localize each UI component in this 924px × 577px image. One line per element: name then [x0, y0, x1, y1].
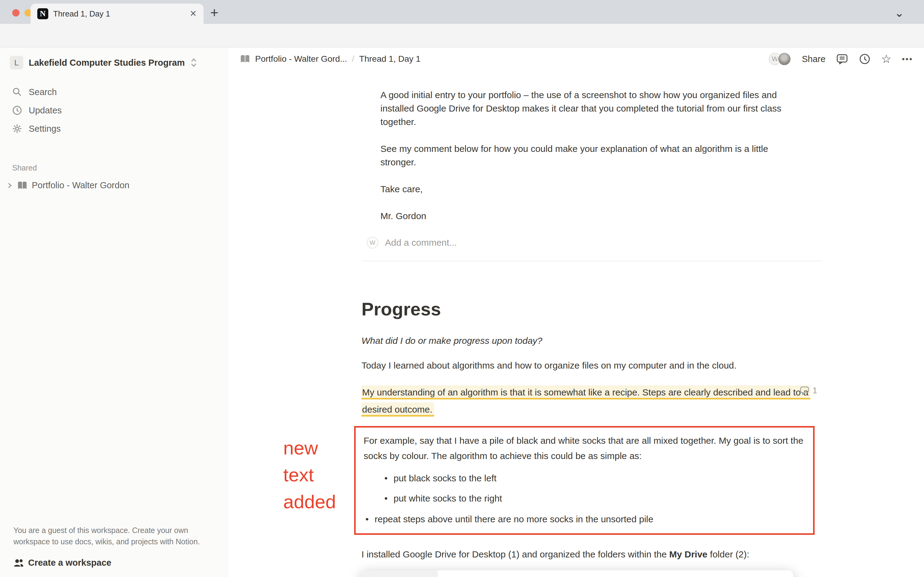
progress-paragraph: Today I learned about algorithms and how… — [361, 359, 795, 372]
notion-favicon: N — [37, 8, 48, 19]
workspace-avatar: L — [10, 56, 23, 69]
add-comment-input[interactable]: Add a comment... — [385, 237, 457, 248]
thread-paragraph: A good initial entry to your portfolio –… — [380, 88, 795, 129]
add-comment-row[interactable]: W Add a comment... — [367, 237, 795, 248]
updates-clock-icon — [12, 105, 23, 115]
workspace-chevrons-icon — [190, 58, 197, 68]
progress-question: What did I do or make progress upon toda… — [361, 335, 795, 346]
breadcrumb-current[interactable]: Thread 1, Day 1 — [359, 54, 421, 64]
book-icon — [240, 55, 250, 64]
comment-count-badge[interactable]: 1 — [800, 386, 817, 395]
tab-title: Thread 1, Day 1 — [53, 9, 110, 19]
sidebar-item-search[interactable]: Search — [0, 83, 227, 101]
avatar: W — [367, 237, 378, 248]
close-window-button[interactable] — [12, 9, 19, 16]
page-header: Portfolio - Walter Gord... / Thread 1, D… — [228, 47, 924, 71]
avatar — [778, 52, 791, 66]
breadcrumb-separator: / — [352, 54, 354, 64]
sidebar-item-portfolio[interactable]: Portfolio - Walter Gordon — [7, 180, 227, 190]
tab-close-icon[interactable] — [190, 10, 197, 18]
shared-section-label: Shared — [12, 163, 227, 172]
notion-sidebar: L Lakefield Computer Studies Program Sea… — [0, 47, 228, 577]
algorithm-bullet-list: put black socks to the left put white so… — [364, 472, 804, 526]
people-icon — [13, 558, 24, 568]
breadcrumb-parent[interactable]: Portfolio - Walter Gord... — [255, 54, 347, 64]
thread-paragraph: Mr. Gordon — [380, 210, 795, 223]
red-annotation-text: new text added — [283, 435, 336, 515]
comments-icon[interactable] — [836, 53, 848, 65]
browser-tab-strip: N Thread 1, Day 1 — [0, 0, 924, 24]
divider — [361, 261, 822, 261]
favorite-star-icon[interactable] — [881, 53, 892, 65]
finder-main: ‹ › My Drive Name ⌃ Date Mo — [438, 570, 793, 577]
bullet-item: put black socks to the left — [383, 472, 804, 485]
browser-tab[interactable]: N Thread 1, Day 1 — [31, 4, 203, 24]
finder-toolbar: ‹ › My Drive — [438, 570, 793, 577]
notion-app: L Lakefield Computer Studies Program Sea… — [0, 47, 924, 577]
bullet-item: put white socks to the right — [383, 492, 804, 505]
page-section-title: Progress — [361, 298, 795, 320]
viewer-avatars: W — [769, 52, 791, 66]
red-annotation-box: For example, say that I have a pile of b… — [354, 426, 815, 535]
comment-bubble-icon — [800, 386, 810, 395]
share-button[interactable]: Share — [802, 54, 825, 64]
guest-note: You are a guest of this workspace. Creat… — [13, 525, 214, 547]
workspace-switcher[interactable]: L Lakefield Computer Studies Program — [10, 56, 227, 69]
thread-paragraph: Take care, — [380, 182, 795, 196]
tab-search-chevron-icon[interactable] — [895, 7, 904, 19]
browser-toolbar: notion.so/lakefieldcs/Thread-1-Day-1-be7… — [0, 24, 924, 47]
create-workspace-button[interactable]: Create a workspace — [13, 558, 214, 568]
history-clock-icon[interactable] — [859, 53, 871, 65]
teacher-comment-thread: A good initial entry to your portfolio –… — [361, 88, 795, 223]
highlighted-text[interactable]: My understanding of an algorithm is that… — [361, 385, 810, 417]
search-icon — [12, 87, 23, 97]
more-options-icon[interactable] — [902, 55, 913, 64]
expand-chevron-icon[interactable] — [7, 181, 13, 190]
notion-main: Portfolio - Walter Gord... / Thread 1, D… — [228, 47, 924, 577]
sidebar-item-settings[interactable]: Settings — [0, 119, 227, 138]
gear-icon — [12, 124, 23, 134]
breadcrumb: Portfolio - Walter Gord... / Thread 1, D… — [240, 54, 420, 64]
install-paragraph: I installed Google Drive for Desktop (1)… — [361, 548, 795, 561]
bullet-item: repeat steps above until there are no mo… — [364, 513, 804, 526]
thread-paragraph: See my comment below for how you could m… — [380, 142, 795, 169]
book-icon — [17, 181, 27, 190]
highlighted-block: My understanding of an algorithm is that… — [361, 384, 814, 418]
embedded-finder-screenshot: Favorites AirDrop Recents Applications — [361, 570, 793, 577]
new-tab-button[interactable] — [210, 5, 219, 19]
finder-sidebar: Favorites AirDrop Recents Applications — [361, 570, 438, 577]
sidebar-item-updates[interactable]: Updates — [0, 101, 227, 119]
example-paragraph: For example, say that I have a pile of b… — [364, 433, 804, 464]
